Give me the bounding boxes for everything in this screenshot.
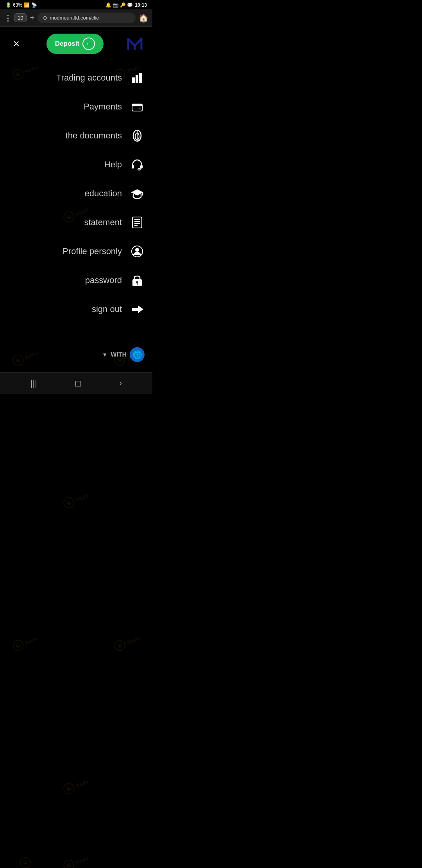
svg-rect-1 <box>136 75 138 83</box>
battery-level: 63% <box>13 2 22 8</box>
logo <box>125 34 145 54</box>
svg-point-12 <box>138 169 140 170</box>
main-content: × Deposit ← Trading accounts <box>0 27 152 368</box>
menu-item-statement[interactable]: statement <box>4 208 148 237</box>
svg-rect-5 <box>138 108 141 109</box>
new-tab-icon[interactable]: + <box>30 13 34 22</box>
status-right: 🔔 📷 🔑 💬 10:13 <box>106 2 147 8</box>
url-icon: ⊙ <box>43 15 47 21</box>
svg-rect-15 <box>132 217 142 228</box>
lock-icon <box>130 273 145 288</box>
wifi-icon: 📡 <box>31 2 37 8</box>
url-text: modmountltd.com/clie <box>50 15 99 21</box>
notification-icons: 🔔 📷 🔑 💬 <box>106 2 133 8</box>
menu-item-help[interactable]: Help <box>4 150 148 179</box>
browser-bar: ⋮ 10 + ⊙ modmountltd.com/clie 🏠 <box>0 9 152 27</box>
svg-rect-10 <box>140 165 143 169</box>
menu-item-payments[interactable]: Payments <box>4 92 148 121</box>
svg-rect-4 <box>132 104 142 106</box>
svg-point-23 <box>136 281 138 283</box>
password-label: password <box>85 275 122 285</box>
headset-icon <box>130 157 145 172</box>
deposit-label: Deposit <box>55 40 79 48</box>
svg-rect-9 <box>132 165 134 169</box>
menu-list: Trading accounts Payments <box>0 63 152 324</box>
deposit-arrow-icon: ← <box>82 38 95 50</box>
top-nav: × Deposit ← <box>0 27 152 63</box>
menu-dots-icon[interactable]: ⋮ <box>4 13 11 23</box>
signout-icon <box>130 302 145 317</box>
svg-point-21 <box>135 248 139 252</box>
recent-apps-button[interactable]: ||| <box>30 378 37 388</box>
language-label: WITH <box>111 351 127 358</box>
url-bar[interactable]: ⊙ modmountltd.com/clie <box>38 13 136 23</box>
statement-label: statement <box>84 217 122 228</box>
trading-accounts-label: Trading accounts <box>56 73 122 83</box>
status-left: 🔋 63% 📶 📡 <box>5 2 37 8</box>
menu-item-documents[interactable]: the documents <box>4 121 148 150</box>
menu-item-education[interactable]: education <box>4 179 148 208</box>
chevron-down-icon: ▼ <box>102 352 107 358</box>
menu-item-signout[interactable]: sign out <box>4 295 148 324</box>
home-button[interactable]: ◻ <box>75 378 82 388</box>
tab-count[interactable]: 10 <box>14 13 27 22</box>
close-button[interactable]: × <box>8 35 25 52</box>
menu-item-password[interactable]: password <box>4 266 148 295</box>
help-label: Help <box>104 160 122 170</box>
education-label: education <box>85 188 122 199</box>
deposit-button[interactable]: Deposit ← <box>46 34 104 54</box>
documents-label: the documents <box>66 131 122 141</box>
back-button[interactable]: › <box>119 378 122 388</box>
battery-icon: 🔋 <box>5 2 11 8</box>
home-icon[interactable]: 🏠 <box>139 13 148 23</box>
signout-label: sign out <box>92 304 122 314</box>
payments-label: Payments <box>84 102 122 112</box>
profile-label: Profile personly <box>63 246 122 256</box>
profile-icon <box>130 244 145 259</box>
status-bar: 🔋 63% 📶 📡 🔔 📷 🔑 💬 10:13 <box>0 0 152 9</box>
menu-item-trading-accounts[interactable]: Trading accounts <box>4 63 148 92</box>
bar-chart-icon <box>130 70 145 85</box>
svg-rect-2 <box>139 73 142 83</box>
svg-rect-0 <box>132 77 135 83</box>
clock: 10:13 <box>135 2 147 8</box>
statement-icon <box>130 215 145 230</box>
globe-icon: 🌐 <box>130 347 145 362</box>
android-nav-bar: ||| ◻ › <box>0 372 152 394</box>
menu-item-profile[interactable]: Profile personly <box>4 237 148 266</box>
wallet-icon <box>130 99 145 114</box>
paperclip-icon <box>130 128 145 143</box>
bottom-language-bar[interactable]: ▼ WITH 🌐 <box>0 339 152 368</box>
svg-marker-25 <box>132 305 143 313</box>
education-icon <box>130 186 145 201</box>
signal-icon: 📶 <box>24 2 30 8</box>
